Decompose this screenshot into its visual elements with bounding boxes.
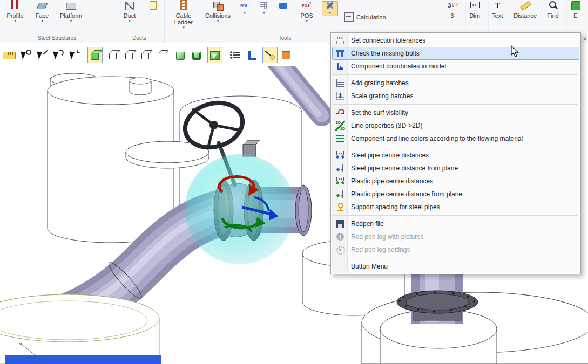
- wire-cube-solid-button[interactable]: [154, 47, 170, 63]
- pos-button[interactable]: POS▾: [295, 1, 319, 24]
- e-button[interactable]: E: [566, 1, 585, 34]
- wire-cube-button[interactable]: [106, 47, 121, 63]
- green-module-icon: [570, 0, 581, 11]
- find-button[interactable]: Find: [544, 1, 562, 34]
- collisions-button[interactable]: Collisions▾: [202, 1, 233, 24]
- ruler-button[interactable]: [1, 47, 16, 63]
- menu-item-label: Red pen log with pictures: [351, 233, 424, 241]
- menu-item-scale-grating-hatches[interactable]: Scale grating hatches: [332, 90, 579, 102]
- weld-number-button[interactable]: ▾: [236, 1, 253, 16]
- list-button[interactable]: [228, 47, 243, 63]
- menu-item-button-menu[interactable]: Button Menu: [332, 260, 579, 273]
- collisions-icon: [213, 0, 224, 11]
- ribbon-group: Profile▾Face▾Platform▾Steel Structures: [0, 0, 114, 43]
- l-profile-button[interactable]: [244, 47, 259, 63]
- button-label: Duct: [124, 12, 136, 19]
- grating-scale-icon: [335, 91, 345, 101]
- shaded-cube-button[interactable]: [87, 47, 103, 63]
- platform-button[interactable]: Platform▾: [57, 1, 85, 24]
- menu-item-label: Plastic pipe centre distances: [351, 177, 433, 185]
- menu-item-set-connection-tolerances[interactable]: Set connection tolerances: [332, 34, 579, 47]
- grid-plane-icon: [259, 0, 269, 11]
- dropdown-caret-icon: ▾: [263, 11, 265, 15]
- render-box-button[interactable]: [173, 47, 188, 63]
- dim-button[interactable]: Dim: [465, 1, 484, 34]
- menu-item-plastic-pipe-centre-distances[interactable]: Plastic pipe centre distances: [332, 175, 579, 188]
- 3-button[interactable]: 3: [443, 1, 461, 34]
- menu-item-component-and-line-colors-according-to-the-flowing-material[interactable]: Component and line colors according to t…: [332, 132, 579, 145]
- cable-ladder-button[interactable]: Cable Ladder▾: [168, 1, 199, 31]
- menu-item-label: Set the surf visibility: [351, 109, 408, 116]
- pos-tag-icon: [301, 0, 312, 11]
- menu-item-add-grating-hatches[interactable]: Add grating hatches: [332, 77, 579, 90]
- menu-item-plastic-pipe-centre-distance-from-plane[interactable]: Plastic pipe centre distance from plane: [332, 188, 579, 201]
- snap-arc-button[interactable]: [51, 47, 66, 63]
- menu-item-label: Scale grating hatches: [351, 92, 413, 100]
- button-label: E: [573, 12, 577, 19]
- redpen-log-pictures-icon: [335, 232, 345, 242]
- text-button[interactable]: Text: [488, 1, 506, 34]
- menu-item-label: Check the missing bolts: [351, 50, 420, 57]
- blue-panel-button[interactable]: [275, 1, 292, 12]
- menu-item-label: Plastic pipe centre distance from plane: [351, 190, 462, 198]
- menu-item-redpen-file[interactable]: Redpen file: [332, 217, 579, 230]
- face-button[interactable]: Face▾: [30, 1, 54, 24]
- render-box-edges-button[interactable]: [189, 47, 204, 63]
- button-label: POS: [300, 12, 313, 19]
- dropdown-caret-icon: ▾: [41, 19, 43, 23]
- button-label: Find: [547, 12, 558, 19]
- select-box-button[interactable]: [207, 47, 222, 63]
- renumber-arrows-icon: [447, 0, 457, 11]
- profile-icon: [10, 0, 21, 11]
- calculation-icon: [344, 12, 354, 22]
- dropdown-caret-icon: ▾: [244, 11, 246, 15]
- menu-item-set-the-surf-visibility[interactable]: Set the surf visibility: [332, 106, 579, 119]
- duct-part-icon: [147, 0, 158, 11]
- menu-item-component-coordinates-in-model[interactable]: Component coordinates in model: [332, 60, 579, 73]
- half-tool-button[interactable]: [279, 47, 294, 63]
- dropdown-caret-icon: ▾: [183, 26, 185, 29]
- tool-menu-button[interactable]: ▾: [322, 1, 338, 16]
- ribbon-group-label: Ducts: [114, 35, 164, 41]
- menu-item-label: Red pen log settings: [351, 246, 410, 253]
- menu-item-label: Line properties (3D->2D): [351, 122, 422, 129]
- menu-item-steel-pipe-centre-distances[interactable]: Steel pipe centre distances: [332, 149, 579, 162]
- menu-item-label: Component and line colors according to t…: [351, 135, 523, 142]
- button-label: 3: [450, 12, 454, 19]
- menu-separator: [333, 104, 578, 105]
- menu-item-red-pen-log-with-pictures: Red pen log with pictures: [332, 230, 579, 243]
- menu-item-line-properties-3d-2d[interactable]: Line properties (3D->2D): [332, 119, 579, 132]
- duct-part-button[interactable]: [145, 1, 161, 12]
- snap-line-icon: [36, 49, 48, 61]
- duct-icon: [124, 0, 135, 11]
- steel-centre-plane-icon: [335, 163, 345, 173]
- menu-item-support-spacing-for-steel-pipes[interactable]: Support spacing for steel pipes: [332, 201, 579, 214]
- tools-dropdown-menu: Set connection tolerancesCheck the missi…: [330, 32, 581, 274]
- tolerance-icon: [335, 36, 345, 45]
- line-3d2d-icon: [335, 121, 345, 131]
- select-box-icon: [209, 49, 221, 61]
- plastic-centre-plane-icon: [335, 189, 345, 199]
- group-label-partial: u: [583, 35, 586, 41]
- wire-cube-dashed-button[interactable]: [138, 47, 153, 63]
- snap-line-button[interactable]: [35, 47, 50, 63]
- vessel-bottom-left[interactable]: [0, 294, 159, 364]
- find-icon: [548, 0, 558, 11]
- profile-button[interactable]: Profile▾: [3, 1, 27, 24]
- snap-point-button[interactable]: [67, 47, 82, 63]
- grid-plane-button[interactable]: ▾: [256, 1, 272, 16]
- wire-cube-hidden-button[interactable]: [122, 47, 137, 63]
- menu-item-check-the-missing-bolts[interactable]: Check the missing bolts: [332, 47, 579, 60]
- plumb-button[interactable]: [262, 47, 278, 63]
- menu-separator: [333, 74, 578, 75]
- cable-ladder-icon: [178, 0, 189, 11]
- calculation-button[interactable]: Calculation: [341, 10, 388, 24]
- tool-menu-icon: [325, 0, 335, 11]
- menu-item-steel-pipe-centre-distance-from-plane[interactable]: Steel pipe centre distance from plane: [332, 162, 579, 175]
- duct-button[interactable]: Duct▾: [118, 1, 141, 24]
- snap-free-icon: [20, 49, 32, 61]
- snap-free-button[interactable]: [18, 47, 33, 63]
- menu-item-label: Redpen file: [351, 220, 384, 228]
- distance-button[interactable]: Distance: [511, 1, 539, 34]
- blue-panel-icon: [278, 0, 289, 11]
